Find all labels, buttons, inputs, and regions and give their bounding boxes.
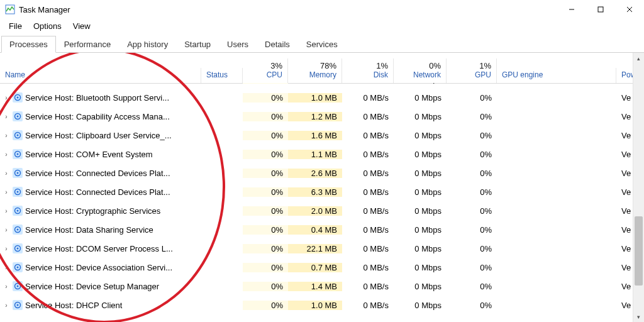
- chevron-right-icon[interactable]: ›: [3, 170, 10, 177]
- gear-icon: [13, 187, 23, 197]
- table-row[interactable]: ›Service Host: COM+ Event System0%1.1 MB…: [0, 145, 644, 164]
- cell-disk: 0 MB/s: [342, 131, 394, 140]
- chevron-right-icon[interactable]: ›: [3, 132, 10, 139]
- cell-gpu: 0%: [447, 263, 497, 272]
- table-row[interactable]: ›Service Host: Connected Devices Plat...…: [0, 164, 644, 182]
- table-row[interactable]: ›Service Host: Connected Devices Plat...…: [0, 182, 644, 201]
- tab-users[interactable]: Users: [219, 36, 257, 53]
- process-name: Service Host: Capability Access Mana...: [25, 112, 170, 121]
- table-row[interactable]: ›Service Host: Capability Access Mana...…: [0, 107, 644, 126]
- cell-cpu: 0%: [243, 169, 288, 178]
- svg-point-13: [17, 116, 19, 118]
- col-name[interactable]: Name: [0, 68, 201, 83]
- chevron-right-icon[interactable]: ›: [3, 245, 10, 252]
- gear-icon: [13, 300, 23, 310]
- process-name: Service Host: COM+ Event System: [25, 150, 153, 159]
- minimize-button[interactable]: [557, 0, 586, 19]
- gear-icon: [13, 92, 23, 103]
- tabstrip: ProcessesPerformanceApp historyStartupUs…: [0, 35, 644, 53]
- chevron-right-icon[interactable]: ›: [3, 302, 10, 309]
- gear-icon: [13, 243, 23, 253]
- table-row[interactable]: ›Service Host: DHCP Client0%1.0 MB0 MB/s…: [0, 296, 644, 314]
- table-row[interactable]: ›Service Host: Cryptographic Services0%2…: [0, 201, 644, 220]
- cell-disk: 0 MB/s: [342, 282, 394, 291]
- table-row[interactable]: ›Service Host: Bluetooth Support Servi..…: [0, 88, 644, 107]
- svg-point-10: [17, 97, 19, 99]
- table-row[interactable]: 0%0 MB/s0 Mbps0%Ve: [0, 83, 644, 88]
- cell-cpu: 0%: [243, 301, 288, 310]
- tab-startup[interactable]: Startup: [176, 36, 219, 53]
- chevron-right-icon[interactable]: ›: [3, 94, 10, 101]
- titlebar[interactable]: Task Manager: [0, 0, 644, 19]
- cell-memory: 1.2 MB: [288, 112, 342, 121]
- scroll-thumb[interactable]: [635, 216, 643, 286]
- gear-icon: [13, 83, 23, 84]
- scroll-up-arrow[interactable]: ▴: [633, 53, 644, 64]
- col-status[interactable]: Status: [201, 68, 243, 83]
- cell-network: 0 Mbps: [394, 112, 447, 121]
- cell-cpu: 0%: [243, 93, 288, 103]
- cell-gpu: 0%: [447, 83, 497, 84]
- table-row[interactable]: ›Service Host: Data Sharing Service0%0.4…: [0, 220, 644, 239]
- gear-icon: [13, 149, 23, 159]
- cell-network: 0 Mbps: [394, 131, 447, 140]
- maximize-button[interactable]: [586, 0, 615, 19]
- table-row[interactable]: ›Service Host: Device Setup Manager0%1.4…: [0, 277, 644, 296]
- column-headers[interactable]: Name Status 3%CPU 78%Memory 1%Disk 0%Net…: [0, 53, 644, 84]
- col-gpu[interactable]: 1%GPU: [447, 58, 497, 83]
- window-title: Task Manager: [19, 5, 70, 14]
- process-name: Service Host: Bluetooth Support Servi...: [25, 93, 169, 103]
- menu-file[interactable]: File: [5, 20, 26, 32]
- svg-point-25: [17, 191, 19, 193]
- cell-disk: 0 MB/s: [342, 244, 394, 253]
- cell-gpu: 0%: [447, 301, 497, 310]
- cell-cpu: 0%: [243, 150, 288, 159]
- svg-point-43: [17, 304, 19, 306]
- close-button[interactable]: [615, 0, 644, 19]
- tab-performance[interactable]: Performance: [56, 36, 119, 53]
- table-row[interactable]: ›Service Host: DCOM Server Process L...0…: [0, 239, 644, 258]
- tab-services[interactable]: Services: [298, 36, 346, 53]
- chevron-right-icon[interactable]: ›: [3, 113, 10, 120]
- col-cpu[interactable]: 3%CPU: [243, 58, 288, 83]
- col-gpu-engine[interactable]: GPU engine: [497, 68, 616, 83]
- col-memory[interactable]: 78%Memory: [288, 58, 342, 83]
- cell-cpu: 0%: [243, 112, 288, 121]
- menu-options[interactable]: Options: [30, 20, 65, 32]
- svg-point-34: [17, 248, 19, 250]
- tab-details[interactable]: Details: [257, 36, 298, 53]
- cell-disk: 0 MB/s: [342, 93, 394, 103]
- chevron-right-icon[interactable]: ›: [3, 151, 10, 158]
- gear-icon: [13, 281, 23, 291]
- task-manager-icon: [5, 4, 15, 14]
- table-row[interactable]: ›Service Host: Device Association Servi.…: [0, 258, 644, 277]
- cell-network: 0 Mbps: [394, 206, 447, 216]
- tab-app-history[interactable]: App history: [119, 36, 176, 53]
- vertical-scrollbar[interactable]: ▴ ▾: [633, 53, 644, 322]
- cell-disk: 0 MB/s: [342, 150, 394, 159]
- table-row[interactable]: ›Service Host: Clipboard User Service_..…: [0, 126, 644, 145]
- process-name: Service Host: Data Sharing Service: [25, 225, 153, 235]
- cell-gpu: 0%: [447, 169, 497, 178]
- menubar: File Options View: [0, 19, 644, 35]
- cell-disk: 0 MB/s: [342, 169, 394, 178]
- scroll-down-arrow[interactable]: ▾: [633, 311, 644, 322]
- cell-memory: 0.4 MB: [288, 225, 342, 235]
- col-network[interactable]: 0%Network: [394, 58, 447, 83]
- cell-network: 0 Mbps: [394, 169, 447, 178]
- svg-point-31: [17, 229, 19, 231]
- tab-processes[interactable]: Processes: [1, 36, 56, 53]
- cell-network: 0 Mbps: [394, 301, 447, 310]
- chevron-right-icon[interactable]: ›: [3, 208, 10, 214]
- cell-cpu: 0%: [243, 263, 288, 272]
- chevron-right-icon[interactable]: ›: [3, 264, 10, 271]
- task-manager-window: Task Manager File Options View Processes…: [0, 0, 644, 322]
- cell-gpu: 0%: [447, 244, 497, 253]
- chevron-right-icon[interactable]: ›: [3, 226, 10, 233]
- chevron-right-icon[interactable]: ›: [3, 283, 10, 290]
- cell-cpu: 0%: [243, 187, 288, 197]
- col-disk[interactable]: 1%Disk: [342, 58, 394, 83]
- chevron-right-icon[interactable]: ›: [3, 189, 10, 196]
- cell-gpu: 0%: [447, 150, 497, 159]
- menu-view[interactable]: View: [69, 20, 94, 32]
